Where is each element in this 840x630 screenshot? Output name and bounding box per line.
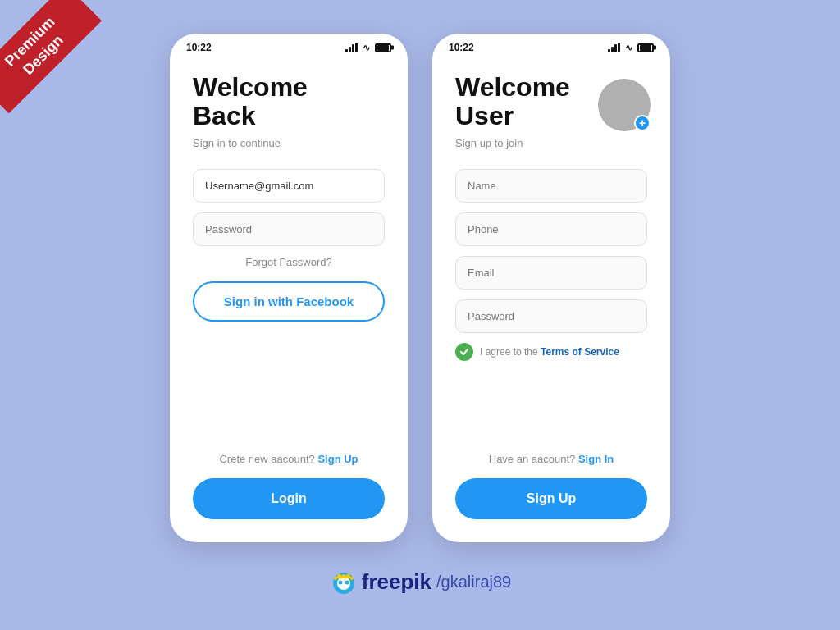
status-icons-signup: ∿ [608,43,654,53]
status-time-login: 10:22 [186,42,212,53]
signin-link[interactable]: Sign In [578,453,614,465]
freepik-logo: freepik [329,567,431,596]
battery-icon [375,43,391,52]
phones-container: 10:22 ∿ WelcomeBack Sign in to continue … [170,34,670,542]
status-bar-signup: 10:22 ∿ [432,34,670,57]
status-bar-login: 10:22 ∿ [170,34,408,57]
forgot-password-link[interactable]: Forgot Password? [193,256,385,268]
freepik-icon [329,567,358,596]
signal-icon [345,43,358,52]
ribbon-text: PremiumDesign [0,0,102,113]
footer: freepik /gkaliraj89 [329,567,511,596]
signup-link[interactable]: Sign Up [317,453,358,465]
email-input[interactable] [193,169,385,203]
login-button[interactable]: Login [193,478,385,519]
svg-point-2 [338,581,342,585]
battery-icon-2 [637,43,654,52]
svg-point-6 [350,577,354,580]
premium-ribbon: PremiumDesign [0,0,115,115]
avatar-area[interactable]: + [598,79,651,131]
signal-icon-2 [608,43,620,52]
email-signup-input[interactable] [455,256,647,290]
login-title: WelcomeBack [193,73,385,130]
svg-point-7 [342,574,345,578]
password-input[interactable] [193,212,385,246]
signup-phone: 10:22 ∿ + WelcomeUser Sign up to join [432,34,670,542]
freepik-handle: /gkaliraj89 [436,573,511,591]
name-input[interactable] [455,169,647,203]
freepik-brand: freepik [362,569,431,595]
signup-button[interactable]: Sign Up [455,478,647,519]
phone-input[interactable] [455,212,647,246]
password-signup-input[interactable] [455,299,647,333]
svg-point-3 [345,581,349,585]
terms-text: I agree to the Terms of Service [480,346,619,358]
signup-subtitle: Sign up to join [455,137,647,149]
have-account-link: Have an aacount? Sign In [455,453,647,465]
check-icon [459,347,469,357]
terms-checkbox[interactable] [455,343,473,361]
wifi-icon: ∿ [363,43,370,53]
login-content: WelcomeBack Sign in to continue Forgot P… [170,57,408,542]
svg-point-5 [334,577,337,580]
status-icons-login: ∿ [345,43,391,53]
login-subtitle: Sign in to continue [193,137,385,149]
terms-row: I agree to the Terms of Service [455,343,647,361]
facebook-signin-button[interactable]: Sign in with Facebook [193,281,385,322]
create-account-link: Crete new aacount? Sign Up [193,453,385,465]
status-time-signup: 10:22 [449,42,474,53]
wifi-icon-2: ∿ [625,43,632,53]
add-photo-button[interactable]: + [634,115,651,131]
login-phone: 10:22 ∿ WelcomeBack Sign in to continue … [170,34,408,542]
terms-link[interactable]: Terms of Service [541,346,619,358]
